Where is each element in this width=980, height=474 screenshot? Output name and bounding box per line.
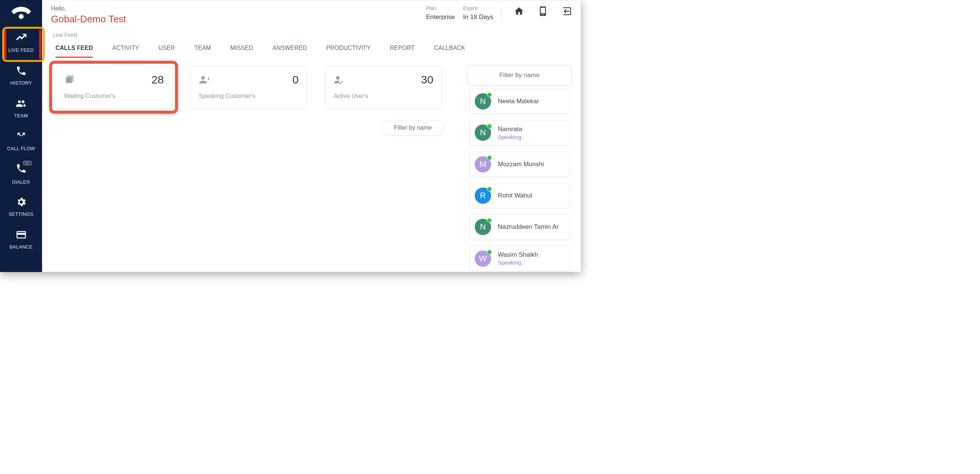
red-marker-icon xyxy=(4,30,6,59)
filter-placeholder: Filter by name xyxy=(499,72,539,79)
sidebar-item-label: DIALER xyxy=(12,179,30,185)
tab-productivity[interactable]: PRODUCTIVITY xyxy=(326,43,371,58)
tab-team[interactable]: TEAM xyxy=(194,43,211,58)
user-row[interactable]: NNazruddeen Tamin Ar xyxy=(469,214,570,239)
card-value: 30 xyxy=(421,73,433,86)
avatar: N xyxy=(475,93,491,110)
header-icons xyxy=(514,6,572,16)
tab-report[interactable]: REPORT xyxy=(390,43,414,58)
tab-missed[interactable]: MISSED xyxy=(230,43,253,58)
user-name: Nazruddeen Tamin Ar xyxy=(498,223,558,231)
highlight-box-icon xyxy=(49,61,178,114)
mobile-icon[interactable] xyxy=(538,6,548,16)
sidebar-item-live-feed[interactable]: LIVE FEED xyxy=(0,26,42,59)
avatar: N xyxy=(475,219,491,235)
sidebar-item-settings[interactable]: SETTINGS xyxy=(0,190,42,223)
plan-block: Plan Enterprise xyxy=(426,5,455,21)
user-name: Neeta Malekar xyxy=(498,97,539,105)
tab-answered[interactable]: ANSWERED xyxy=(272,43,307,58)
filter-input[interactable]: Filter by name xyxy=(467,65,572,86)
main-content: Hello, Gobal-Demo Test Plan Enterprise E… xyxy=(42,0,581,272)
tab-user[interactable]: USER xyxy=(158,43,175,58)
user-text: NamrataSpeaking.. xyxy=(498,126,524,140)
org-name: Gobal-Demo Test xyxy=(51,13,126,25)
logout-icon[interactable] xyxy=(562,6,572,16)
header: Hello, Gobal-Demo Test Plan Enterprise E… xyxy=(51,5,572,25)
user-name: Rohit Wahul xyxy=(498,192,532,199)
card-active-users[interactable]: 30 Active User's xyxy=(325,66,442,109)
user-text: Wasim ShaikhSpeaking.. xyxy=(498,251,538,266)
user-list: NNeeta MalekarNNamrataSpeaking..MMozzam … xyxy=(467,89,572,271)
phone-receiver-icon xyxy=(10,4,32,22)
user-name: Mozzam Munshi xyxy=(498,161,544,168)
sidebar: LIVE FEED HISTORY TEAM CALL FLOW SIP DIA… xyxy=(0,0,42,272)
user-row[interactable]: RRohit Wahul xyxy=(469,183,570,208)
user-row[interactable]: WWasim ShaikhSpeaking.. xyxy=(469,246,570,271)
presence-dot-icon xyxy=(487,93,492,97)
presence-dot-icon xyxy=(487,250,492,255)
gear-icon xyxy=(16,196,27,207)
user-text: Mozzam Munshi xyxy=(498,161,544,168)
sip-tag: SIP xyxy=(24,161,31,165)
sidebar-item-label: LIVE FEED xyxy=(8,47,33,53)
sidebar-item-label: HISTORY xyxy=(10,80,32,86)
avatar: W xyxy=(475,251,491,267)
user-status: Speaking.. xyxy=(498,134,524,140)
hello-label: Hello, xyxy=(51,5,126,12)
user-row[interactable]: NNeeta Malekar xyxy=(469,89,570,114)
presence-dot-icon xyxy=(487,218,492,223)
user-panel: Filter by name NNeeta MalekarNNamrataSpe… xyxy=(467,65,572,271)
trend-line-icon xyxy=(16,32,27,44)
card-value: 0 xyxy=(292,73,299,86)
presence-dot-icon xyxy=(487,187,492,192)
filter-chip-label: Filter by name xyxy=(394,124,431,131)
user-row[interactable]: NNamrataSpeaking.. xyxy=(469,120,570,145)
sidebar-item-team[interactable]: TEAM xyxy=(0,92,42,124)
expire-block: Expire In 18 Days xyxy=(463,5,493,21)
sidebar-item-label: BALANCE xyxy=(9,244,32,250)
card-value: 28 xyxy=(151,73,164,86)
user-text: Neeta Malekar xyxy=(498,97,539,105)
phone-icon xyxy=(16,65,27,77)
card-speaking-customers[interactable]: 0 Speaking Customer's xyxy=(190,66,307,109)
user-text: Nazruddeen Tamin Ar xyxy=(498,223,558,231)
greeting-block: Hello, Gobal-Demo Test xyxy=(51,5,126,25)
avatar: R xyxy=(475,187,491,204)
user-name: Wasim Shaikh xyxy=(498,251,538,259)
card-waiting-customers[interactable]: 28 Waiting Customer's xyxy=(56,66,172,109)
person-check-icon xyxy=(334,74,345,85)
avatar: M xyxy=(475,156,491,172)
presence-dot-icon xyxy=(487,155,492,160)
user-row[interactable]: MMozzam Munshi xyxy=(469,152,570,177)
expire-value: In 18 Days xyxy=(463,13,493,21)
divider xyxy=(501,7,502,24)
header-right: Plan Enterprise Expire In 18 Days xyxy=(426,5,572,24)
app-shell: LIVE FEED HISTORY TEAM CALL FLOW SIP DIA… xyxy=(0,0,581,272)
team-plus-icon xyxy=(16,98,27,109)
sidebar-item-balance[interactable]: BALANCE xyxy=(0,223,42,255)
phone-sip-icon: SIP xyxy=(16,163,27,176)
avatar: N xyxy=(475,124,491,141)
card-label: Waiting Customer's xyxy=(64,93,164,99)
sidebar-item-label: CALL FLOW xyxy=(7,146,35,151)
sidebar-item-dialer[interactable]: SIP DIALER xyxy=(0,157,42,190)
tab-bar: CALLS FEED ACTIVITY USER TEAM MISSED ANS… xyxy=(56,43,572,58)
breadcrumb: Live Feed xyxy=(52,32,572,38)
user-text: Rohit Wahul xyxy=(498,192,532,199)
logo xyxy=(0,0,42,26)
svg-point-0 xyxy=(19,14,24,19)
card-icon xyxy=(16,229,27,240)
plan-label: Plan xyxy=(426,5,455,11)
home-icon[interactable] xyxy=(514,6,524,16)
sidebar-item-history[interactable]: HISTORY xyxy=(0,59,42,92)
tab-calls-feed[interactable]: CALLS FEED xyxy=(56,43,93,58)
tab-callback[interactable]: CALLBACK xyxy=(434,43,465,58)
presence-dot-icon xyxy=(487,124,492,129)
sidebar-item-call-flow[interactable]: CALL FLOW xyxy=(0,124,42,157)
filter-chip[interactable]: Filter by name xyxy=(382,120,444,136)
card-label: Speaking Customer's xyxy=(199,93,299,99)
card-label: Active User's xyxy=(334,93,433,99)
queue-add-icon xyxy=(64,74,75,85)
tab-activity[interactable]: ACTIVITY xyxy=(112,43,139,58)
red-marker-icon xyxy=(39,30,41,59)
